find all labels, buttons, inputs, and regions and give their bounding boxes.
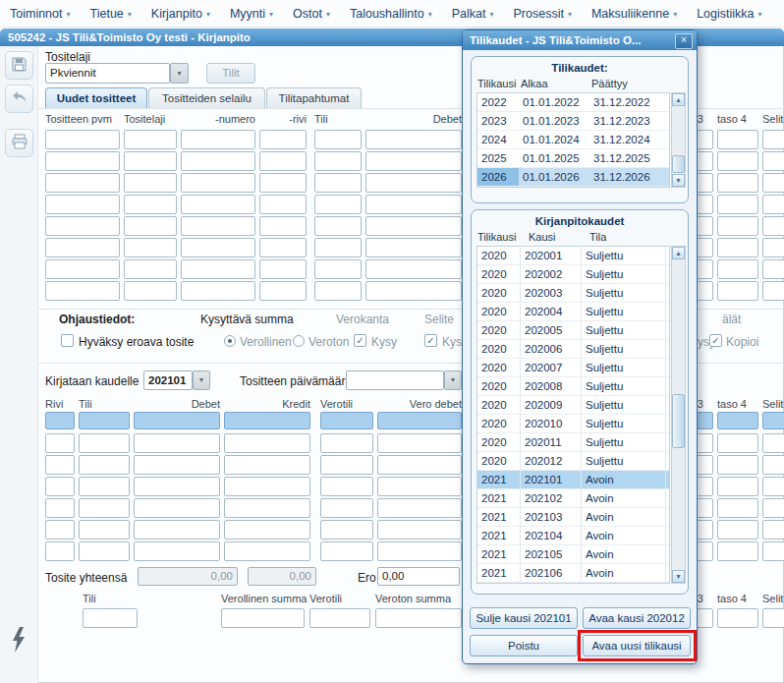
- veroton-radio[interactable]: [293, 335, 305, 347]
- grid-cell[interactable]: [377, 433, 462, 453]
- kopioi-checkbox[interactable]: [709, 334, 722, 347]
- grid-cell[interactable]: [124, 130, 177, 149]
- grid-cell[interactable]: [377, 455, 462, 475]
- tilikaudet-scrollbar[interactable]: ▲ ▼: [671, 92, 686, 188]
- tab-uudet-tositteet[interactable]: Uudet tositteet: [45, 87, 147, 109]
- grid-cell[interactable]: [365, 238, 462, 257]
- grid-cell[interactable]: [717, 216, 758, 236]
- grid-cell[interactable]: [365, 195, 462, 214]
- grid-cell[interactable]: [320, 433, 373, 453]
- grid-cell[interactable]: [717, 433, 758, 453]
- period-row[interactable]: 2020202007Suljettu: [477, 359, 669, 377]
- grid-cell[interactable]: [124, 281, 177, 301]
- tositelaji-dropdown-arrow-icon[interactable]: ▾: [170, 63, 189, 84]
- grid-cell[interactable]: [45, 433, 75, 453]
- grid-cell[interactable]: [134, 520, 220, 540]
- grid-cell[interactable]: [124, 238, 177, 257]
- grid-cell[interactable]: [762, 259, 784, 279]
- grid-cell[interactable]: [365, 130, 462, 149]
- grid-cell[interactable]: [181, 259, 255, 279]
- save-button[interactable]: [5, 51, 33, 80]
- scroll-up-icon[interactable]: ▲: [672, 247, 685, 259]
- avaa-kausi-button[interactable]: Avaa kausi 202012: [583, 607, 691, 629]
- grid-cell[interactable]: [314, 173, 362, 193]
- period-row[interactable]: 2021202105Avoin: [477, 545, 669, 564]
- period-row[interactable]: 2020202012Suljettu: [477, 452, 669, 471]
- grid-cell[interactable]: [224, 477, 310, 496]
- grid-cell[interactable]: [45, 477, 75, 496]
- grid-cell[interactable]: [377, 498, 462, 518]
- verollinen-radio[interactable]: [224, 335, 236, 347]
- grid-cell[interactable]: [45, 455, 75, 475]
- verokanta-kysy-checkbox[interactable]: [354, 334, 366, 347]
- grid-cell[interactable]: [259, 130, 307, 149]
- grid-cell[interactable]: [717, 238, 758, 257]
- period-row[interactable]: 2020202008Suljettu: [477, 377, 669, 396]
- scrollbar-thumb[interactable]: [672, 394, 685, 448]
- grid-cell[interactable]: [79, 455, 130, 475]
- grid-cell[interactable]: [365, 259, 462, 279]
- period-row[interactable]: 202401.01.202431.12.2024: [477, 131, 669, 149]
- grid-cell[interactable]: [365, 216, 462, 236]
- period-row[interactable]: 2020202006Suljettu: [477, 340, 669, 359]
- period-row[interactable]: 2020202011Suljettu: [477, 433, 669, 452]
- grid-cell[interactable]: [83, 608, 138, 628]
- grid-cell[interactable]: [259, 173, 307, 193]
- grid-cell[interactable]: [181, 151, 255, 171]
- grid-cell[interactable]: [717, 520, 758, 540]
- grid-cell[interactable]: [717, 195, 758, 214]
- grid-cell[interactable]: [762, 151, 784, 171]
- grid-cell[interactable]: [762, 520, 784, 540]
- period-row[interactable]: 2020202004Suljettu: [477, 303, 669, 321]
- dialog-titlebar[interactable]: Tilikaudet - JS Tili&Toimisto O...: [463, 30, 697, 50]
- scroll-up-icon[interactable]: ▲: [672, 93, 685, 106]
- selected-grid-cell[interactable]: [224, 412, 310, 429]
- grid-cell[interactable]: [717, 608, 758, 628]
- grid-cell[interactable]: [124, 173, 177, 193]
- grid-cell[interactable]: [181, 173, 255, 193]
- grid-cell[interactable]: [124, 259, 177, 279]
- selected-grid-cell[interactable]: [717, 412, 758, 429]
- grid-cell[interactable]: [259, 281, 307, 301]
- grid-cell[interactable]: [224, 498, 310, 518]
- grid-cell[interactable]: [320, 520, 373, 540]
- grid-cell[interactable]: [314, 281, 362, 301]
- grid-cell[interactable]: [320, 455, 373, 475]
- grid-cell[interactable]: [314, 151, 362, 171]
- scrollbar-thumb[interactable]: [672, 155, 685, 173]
- paivamaara-dropdown-arrow-icon[interactable]: ▾: [444, 370, 462, 390]
- scroll-down-icon[interactable]: ▼: [672, 174, 685, 187]
- grid-cell[interactable]: [79, 541, 130, 561]
- tab-tilitapahtumat[interactable]: Tilitapahtumat: [266, 87, 362, 109]
- sulje-kausi-button[interactable]: Sulje kausi 202101: [470, 607, 578, 629]
- grid-cell[interactable]: [762, 130, 784, 149]
- grid-cell[interactable]: [224, 433, 310, 453]
- menu-item-maksuliikenne[interactable]: Maksuliikenne▾: [591, 7, 677, 21]
- tilit-button[interactable]: Tilit: [206, 63, 255, 84]
- kirjanpitokaudet-scrollbar[interactable]: ▲ ▼: [671, 246, 686, 584]
- menu-item-kirjanpito[interactable]: Kirjanpito▾: [151, 7, 210, 21]
- menu-item-palkat[interactable]: Palkat▾: [452, 7, 494, 21]
- close-icon[interactable]: ×: [675, 33, 693, 49]
- grid-cell[interactable]: [134, 477, 220, 496]
- print-button[interactable]: [5, 129, 33, 157]
- grid-cell[interactable]: [365, 281, 462, 301]
- grid-cell[interactable]: [259, 238, 307, 257]
- period-row[interactable]: 2021202106Avoin: [477, 564, 669, 583]
- grid-cell[interactable]: [45, 259, 120, 279]
- grid-cell[interactable]: [134, 498, 220, 518]
- grid-cell[interactable]: [224, 520, 310, 540]
- kausi-dropdown-arrow-icon[interactable]: ▾: [193, 370, 210, 390]
- flash-button[interactable]: [5, 626, 31, 655]
- grid-cell[interactable]: [717, 498, 758, 518]
- selected-grid-cell[interactable]: [79, 412, 130, 429]
- grid-cell[interactable]: [365, 151, 462, 171]
- selected-grid-cell[interactable]: [320, 412, 373, 429]
- period-row[interactable]: 2020202003Suljettu: [477, 284, 669, 303]
- avaa-uusi-tilikausi-button[interactable]: Avaa uusi tilikausi: [583, 635, 691, 656]
- grid-cell[interactable]: [762, 541, 784, 561]
- period-row[interactable]: 202301.01.202331.12.2023: [477, 112, 669, 131]
- menu-item-taloushallinto[interactable]: Taloushallinto▾: [350, 7, 432, 21]
- grid-cell[interactable]: [259, 216, 307, 236]
- grid-cell[interactable]: [124, 216, 177, 236]
